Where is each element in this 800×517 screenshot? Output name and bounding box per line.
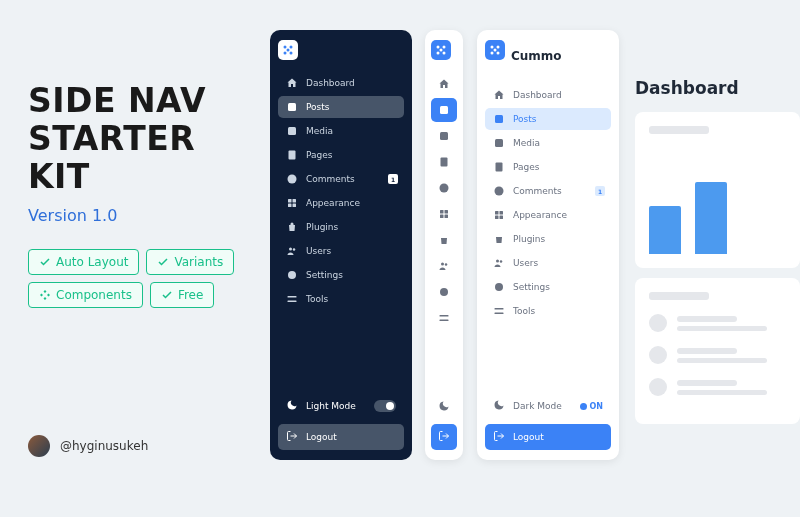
list-item	[649, 378, 786, 396]
moon-icon	[438, 400, 450, 412]
svg-point-2	[284, 52, 287, 55]
bag-icon	[493, 233, 505, 245]
nav-comments[interactable]	[431, 176, 457, 200]
toggle-switch[interactable]: ON	[580, 400, 604, 412]
svg-rect-25	[441, 158, 448, 167]
nav-appearance[interactable]: Appearance	[278, 192, 404, 214]
users-icon	[438, 260, 450, 272]
svg-point-13	[289, 248, 292, 251]
logout-button[interactable]	[431, 424, 457, 450]
gear-icon	[438, 286, 450, 298]
svg-rect-30	[445, 215, 449, 219]
svg-point-38	[491, 52, 494, 55]
svg-rect-7	[289, 151, 296, 160]
author-credit[interactable]: @hyginusukeh	[28, 435, 148, 457]
nav-plugins[interactable]: Plugins	[485, 228, 611, 250]
nav-pages[interactable]: Pages	[278, 144, 404, 166]
chart-bar	[695, 182, 727, 254]
nav-media[interactable]: Media	[485, 132, 611, 154]
logout-icon	[286, 430, 298, 444]
svg-rect-10	[293, 199, 297, 203]
nav-dashboard[interactable]: Dashboard	[485, 84, 611, 106]
bag-icon	[286, 221, 298, 233]
logout-button[interactable]: Logout	[485, 424, 611, 450]
svg-rect-42	[495, 139, 503, 147]
svg-point-15	[288, 271, 296, 279]
tag-variants: Variants	[146, 249, 234, 275]
edit-icon	[438, 104, 450, 116]
theme-toggle-dark[interactable]: Light Mode	[278, 394, 404, 418]
list-item	[649, 346, 786, 364]
grid-icon	[493, 209, 505, 221]
image-icon	[438, 130, 450, 142]
grid-icon	[286, 197, 298, 209]
nav-pages[interactable]	[431, 150, 457, 174]
tag-components: Components	[28, 282, 143, 308]
svg-rect-52	[495, 308, 504, 310]
svg-rect-47	[495, 216, 499, 220]
nav-plugins[interactable]	[431, 228, 457, 252]
svg-rect-29	[440, 215, 444, 219]
moon-icon	[493, 399, 505, 413]
nav-dashboard[interactable]: Dashboard	[278, 72, 404, 94]
chat-icon	[286, 173, 298, 185]
nav-comments[interactable]: Comments1	[485, 180, 611, 202]
svg-point-49	[496, 260, 499, 263]
svg-rect-41	[495, 115, 503, 123]
toggle-switch[interactable]	[374, 400, 396, 412]
svg-point-33	[440, 288, 448, 296]
logo-icon[interactable]	[278, 40, 298, 60]
logout-button[interactable]: Logout	[278, 424, 404, 450]
svg-rect-12	[293, 204, 297, 208]
svg-point-19	[443, 46, 446, 49]
brand[interactable]: Cummo	[485, 40, 611, 72]
nav-list-compact	[431, 72, 457, 394]
nav-settings[interactable]: Settings	[278, 264, 404, 286]
nav-pages[interactable]: Pages	[485, 156, 611, 178]
edit-icon	[286, 101, 298, 113]
svg-point-18	[437, 46, 440, 49]
nav-posts[interactable]	[431, 98, 457, 122]
nav-posts[interactable]: Posts	[278, 96, 404, 118]
bar-chart	[649, 154, 786, 254]
svg-rect-43	[496, 163, 503, 172]
logo-icon[interactable]	[431, 40, 451, 60]
svg-point-22	[440, 49, 443, 52]
tag-auto-layout: Auto Layout	[28, 249, 139, 275]
nav-comments[interactable]: Comments1	[278, 168, 404, 190]
svg-rect-23	[440, 106, 448, 114]
bag-icon	[438, 234, 450, 246]
theme-toggle-light[interactable]: Dark ModeON	[485, 394, 611, 418]
nav-tools[interactable]	[431, 306, 457, 330]
nav-appearance[interactable]	[431, 202, 457, 226]
nav-appearance[interactable]: Appearance	[485, 204, 611, 226]
nav-users[interactable]: Users	[485, 252, 611, 274]
svg-rect-28	[445, 210, 449, 214]
svg-point-26	[440, 184, 449, 193]
theme-toggle-compact[interactable]	[431, 394, 457, 418]
page-title: Dashboard	[635, 78, 800, 98]
svg-rect-46	[500, 211, 504, 215]
nav-dashboard[interactable]	[431, 72, 457, 96]
svg-point-32	[445, 263, 448, 266]
author-handle: @hyginusukeh	[60, 439, 148, 453]
users-icon	[286, 245, 298, 257]
hero-title: SIDE NAV STARTER KIT	[28, 82, 258, 196]
svg-rect-27	[440, 210, 444, 214]
nav-plugins[interactable]: Plugins	[278, 216, 404, 238]
nav-posts[interactable]: Posts	[485, 108, 611, 130]
nav-users[interactable]: Users	[278, 240, 404, 262]
nav-tools[interactable]: Tools	[485, 300, 611, 322]
nav-media[interactable]: Media	[278, 120, 404, 142]
nav-users[interactable]	[431, 254, 457, 278]
svg-rect-45	[495, 211, 499, 215]
comments-badge: 1	[595, 186, 605, 196]
svg-point-21	[443, 52, 446, 55]
nav-settings[interactable]: Settings	[485, 276, 611, 298]
nav-tools[interactable]: Tools	[278, 288, 404, 310]
svg-point-37	[497, 46, 500, 49]
nav-media[interactable]	[431, 124, 457, 148]
gear-icon	[286, 269, 298, 281]
nav-settings[interactable]	[431, 280, 457, 304]
svg-rect-24	[440, 132, 448, 140]
